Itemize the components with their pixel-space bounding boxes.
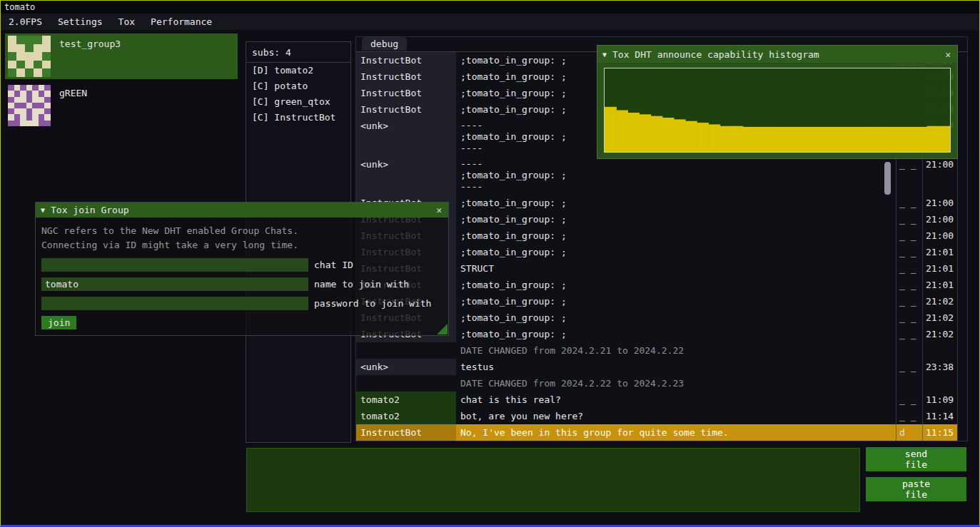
join-field-row: password to join with <box>41 297 443 310</box>
message-author <box>356 342 456 359</box>
message-status: _ _ <box>896 326 922 342</box>
message-time: 21:01 <box>922 277 957 293</box>
field-label: chat ID <box>314 260 353 270</box>
message-status: _ _ <box>896 156 922 195</box>
field-label: name to join with <box>314 279 409 290</box>
message-status: _ _ <box>896 277 922 293</box>
paste-file-button[interactable]: paste file <box>866 477 966 501</box>
member-item[interactable]: [D] tomato2 <box>246 63 350 78</box>
close-icon[interactable]: ✕ <box>944 49 952 60</box>
message-author: InstructBot <box>356 424 456 441</box>
message-text: ;tomato_in_group: ; <box>456 227 896 244</box>
group-item-gREEN[interactable]: gREEN <box>5 83 238 128</box>
message-author: tomato2 <box>356 408 456 424</box>
join-window-body: NGC refers to the New DHT enabled Group … <box>36 218 448 329</box>
message-author: <unk> <box>356 359 456 375</box>
member-item[interactable]: [C] potato <box>246 78 350 94</box>
message-author: <unk> <box>356 156 456 195</box>
group-item-test_group3[interactable]: test_group3 <box>5 34 238 79</box>
histogram-plot <box>604 68 951 153</box>
tab-debug[interactable]: debug <box>362 37 407 51</box>
message-status: d <box>896 424 922 441</box>
join-fields: chat IDname to join withpassword to join… <box>41 258 443 310</box>
join-info-line: Connecting via ID might take a very long… <box>41 238 443 252</box>
collapse-icon[interactable]: ▼ <box>602 51 607 58</box>
name-to-join-with-input[interactable] <box>41 277 308 291</box>
message-author: InstructBot <box>356 52 456 68</box>
message-text: ;tomato_in_group: ; <box>456 326 896 342</box>
chat-id-input[interactable] <box>41 258 308 272</box>
group-name: test_group3 <box>59 39 121 49</box>
message-status <box>896 342 922 359</box>
message-text: No, I've been in this group for quite so… <box>456 424 896 441</box>
menu-item-20fps[interactable]: 2.0FPS <box>1 14 50 30</box>
message-status: _ _ <box>896 195 922 211</box>
join-window-title: Tox join Group <box>51 205 435 215</box>
message-status: _ _ <box>896 408 922 424</box>
message-text: bot, are you new here? <box>456 408 896 424</box>
group-avatar <box>8 36 51 77</box>
group-list: test_group3gREEN <box>5 34 238 132</box>
histogram-plot-svg <box>605 68 950 152</box>
message-author: InstructBot <box>356 85 456 101</box>
message-input[interactable] <box>246 448 860 512</box>
menu-item-settings[interactable]: Settings <box>50 14 111 30</box>
message-time: 21:00 <box>922 227 957 244</box>
date-separator-row[interactable]: DATE CHANGED from 2024.2.22 to 2024.2.23 <box>356 375 957 392</box>
message-author: <unk> <box>356 118 456 156</box>
message-status: _ _ <box>896 244 922 260</box>
send-file-button[interactable]: send file <box>866 447 966 471</box>
message-author: InstructBot <box>356 68 456 85</box>
join-window-titlebar[interactable]: ▼ Tox join Group ✕ <box>36 203 448 218</box>
message-row[interactable]: tomato2chat is this real?_ _11:09 <box>356 392 957 408</box>
message-text: ;tomato_in_group: ; <box>456 195 896 211</box>
message-author: InstructBot <box>356 101 456 118</box>
date-changed-text: DATE CHANGED from 2024.2.22 to 2024.2.23 <box>456 375 896 392</box>
join-info: NGC refers to the New DHT enabled Group … <box>41 224 443 252</box>
join-button[interactable]: join <box>41 316 76 329</box>
message-time: 11:14 <box>922 408 957 424</box>
message-time: 21:02 <box>922 309 957 326</box>
member-item[interactable]: [C] green_qtox <box>246 94 350 110</box>
chat-scrollbar-thumb[interactable] <box>884 162 891 195</box>
message-status: _ _ <box>896 211 922 227</box>
message-status <box>896 375 922 392</box>
join-field-row: chat ID <box>41 258 443 272</box>
message-time: 11:09 <box>922 392 957 408</box>
message-time: 21:00 <box>922 156 957 195</box>
close-icon[interactable]: ✕ <box>435 205 443 215</box>
window-titlebar: tomato <box>1 1 979 14</box>
histogram-window-titlebar[interactable]: ▼ Tox DHT announce capability histogram … <box>597 46 957 63</box>
message-text: ;tomato_in_group: ; <box>456 277 896 293</box>
message-time <box>922 375 957 392</box>
app-window: tomato 2.0FPSSettingsToxPerformance test… <box>0 0 980 527</box>
message-time <box>922 342 957 359</box>
message-time: 11:15 <box>922 424 957 441</box>
message-row[interactable]: <unk>testus_ _23:38 <box>356 359 957 375</box>
join-group-window: ▼ Tox join Group ✕ NGC refers to the New… <box>35 202 449 336</box>
message-text: testus <box>456 359 896 375</box>
message-author <box>356 375 456 392</box>
message-text: ;tomato_in_group: ; <box>456 309 896 326</box>
dht-histogram-window: ▼ Tox DHT announce capability histogram … <box>597 45 958 159</box>
group-name: gREEN <box>59 88 87 98</box>
message-row[interactable]: InstructBotNo, I've been in this group f… <box>356 424 957 441</box>
group-avatar <box>8 85 51 126</box>
menu-item-tox[interactable]: Tox <box>111 14 143 30</box>
message-author: tomato2 <box>356 392 456 408</box>
message-status: _ _ <box>896 260 922 277</box>
message-status: _ _ <box>896 227 922 244</box>
resize-grip[interactable] <box>437 324 448 334</box>
message-text: ;tomato_in_group: ; <box>456 293 896 309</box>
message-text: ;tomato_in_group: ; <box>456 211 896 227</box>
join-field-row: name to join with <box>41 277 443 291</box>
message-time: 21:00 <box>922 195 957 211</box>
menu-item-performance[interactable]: Performance <box>143 14 220 30</box>
collapse-icon[interactable]: ▼ <box>41 206 45 214</box>
member-item[interactable]: [C] InstructBot <box>246 110 350 126</box>
message-row[interactable]: <unk>---- ;tomato_in_group: ; ----_ _21:… <box>356 156 957 195</box>
password-to-join-with-input[interactable] <box>41 297 308 310</box>
date-separator-row[interactable]: DATE CHANGED from 2024.2.21 to 2024.2.22 <box>356 342 957 359</box>
message-row[interactable]: tomato2bot, are you new here?_ _11:14 <box>356 408 957 424</box>
message-status: _ _ <box>896 359 922 375</box>
